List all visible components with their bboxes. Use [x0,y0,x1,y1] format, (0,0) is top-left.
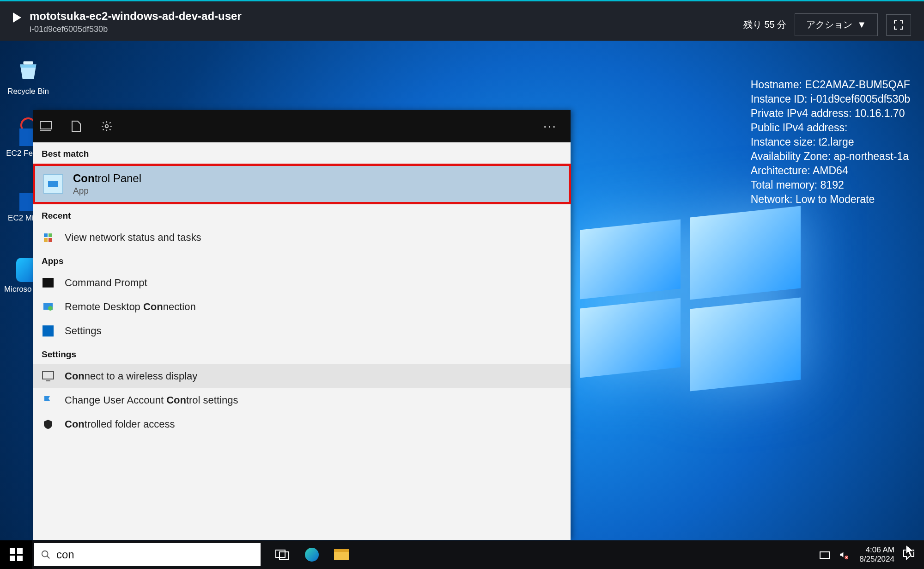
actions-label: アクション [806,18,852,31]
result-uac-settings[interactable]: Change User Account Control settings [33,388,571,412]
taskbar-edge[interactable] [304,547,320,563]
svg-marker-0 [13,12,21,23]
svg-rect-17 [17,556,23,561]
svg-rect-6 [44,233,48,237]
result-network-status[interactable]: View network status and tasks [33,226,571,250]
search-input[interactable] [56,543,254,566]
play-icon [13,12,21,24]
svg-rect-9 [49,238,52,242]
tray-time: 4:06 AM [859,545,894,555]
result-connect-display[interactable]: Connect to a wireless display [33,364,571,388]
svg-rect-22 [820,552,829,558]
rdp-icon [42,300,55,313]
fullscreen-button[interactable] [886,14,911,36]
svg-point-18 [42,551,48,557]
tray-volume-icon[interactable] [839,549,851,561]
svg-line-19 [47,556,50,559]
start-button[interactable] [0,540,32,569]
bginfo-line: Network: Low to Moderate [751,192,910,207]
result-label: Settings [65,325,102,337]
actions-dropdown[interactable]: アクション ▼ [795,13,878,36]
result-label: Connect to a wireless display [65,370,197,382]
task-view-button[interactable] [274,547,290,563]
result-label: Change User Account Control settings [65,394,238,406]
result-control-panel[interactable]: Control Panel App [33,164,571,204]
taskbar-explorer[interactable] [334,547,349,563]
result-settings-app[interactable]: Settings [33,319,571,343]
filter-all-icon[interactable] [39,119,53,133]
system-tray: 4:06 AM 8/25/2024 [819,545,924,563]
bginfo-line: Hostname: EC2AMAZ-BUM5QAF [751,78,910,92]
section-recent: Recent [33,204,571,226]
svg-point-5 [105,125,109,128]
search-icon [41,550,51,560]
tray-clock[interactable]: 4:06 AM 8/25/2024 [859,545,894,563]
bginfo-line: Instance size: t2.large [751,135,910,149]
session-instance-id: i-01d9cef6005df530b [30,24,242,34]
search-filter-tabs: ··· [33,110,571,142]
section-settings: Settings [33,343,571,364]
bginfo-line: Total memory: 8192 [751,178,910,192]
result-remote-desktop[interactable]: Remote Desktop Connection [33,295,571,319]
svg-rect-16 [10,556,15,561]
windows-icon [10,548,23,561]
control-panel-icon [43,174,63,194]
svg-rect-8 [44,238,48,242]
network-icon [42,231,55,244]
result-subtitle: App [73,186,141,196]
svg-point-11 [48,306,53,311]
session-title: mototsuka-ec2-windows-ad-dev-ad-user [30,10,242,23]
start-search-panel: ··· Best match Control Panel App Recent … [33,110,571,540]
section-apps: Apps [33,250,571,271]
bginfo-line: Private IPv4 address: 10.16.1.70 [751,106,910,121]
svg-rect-3 [40,122,51,129]
svg-rect-21 [280,552,289,559]
flag-icon [42,394,55,407]
tray-date: 8/25/2024 [859,555,894,564]
svg-rect-15 [17,548,23,554]
settings-app-icon [42,324,55,337]
taskbar: 4:06 AM 8/25/2024 [0,540,924,569]
bginfo-line: Architecture: AMD64 [751,164,910,178]
chevron-down-icon: ▼ [857,19,866,30]
svg-rect-12 [43,372,54,379]
bginfo-line: Instance ID: i-01d9cef6005df530b [751,92,910,106]
more-options-icon[interactable]: ··· [543,119,565,134]
result-title: Control Panel [73,172,141,185]
result-label: Remote Desktop Connection [65,301,196,313]
tray-action-center[interactable] [903,549,915,561]
result-label: View network status and tasks [65,232,201,244]
terminal-icon [42,276,55,289]
remote-desktop: Recycle Bin EC2 Feedba EC2 Micros Micros… [0,41,924,569]
svg-rect-7 [49,233,52,237]
desktop-icon-label: Recycle Bin [3,87,54,96]
result-label: Command Prompt [65,277,147,289]
time-remaining: 残り 55 分 [743,18,786,31]
display-icon [42,370,55,383]
bginfo-overlay: Hostname: EC2AMAZ-BUM5QAF Instance ID: i… [751,78,910,207]
svg-rect-1 [24,61,33,65]
svg-rect-14 [10,548,15,554]
bginfo-line: Availability Zone: ap-northeast-1a [751,149,910,164]
result-command-prompt[interactable]: Command Prompt [33,271,571,295]
result-controlled-folder[interactable]: Controlled folder access [33,412,571,436]
filter-documents-icon[interactable] [69,119,83,133]
bginfo-line: Public IPv4 address: [751,121,910,135]
tray-network-icon[interactable] [819,549,831,561]
result-label: Controlled folder access [65,418,175,430]
shield-icon [42,418,55,431]
taskbar-search[interactable] [34,543,261,566]
filter-settings-icon[interactable] [100,119,114,133]
desktop-icon-recycle-bin[interactable]: Recycle Bin [3,55,54,96]
session-header: mototsuka-ec2-windows-ad-dev-ad-user i-0… [0,0,924,41]
section-best-match: Best match [33,142,571,164]
recycle-bin-icon [13,55,43,84]
windows-wallpaper-logo [580,212,802,373]
svg-rect-20 [276,550,285,557]
